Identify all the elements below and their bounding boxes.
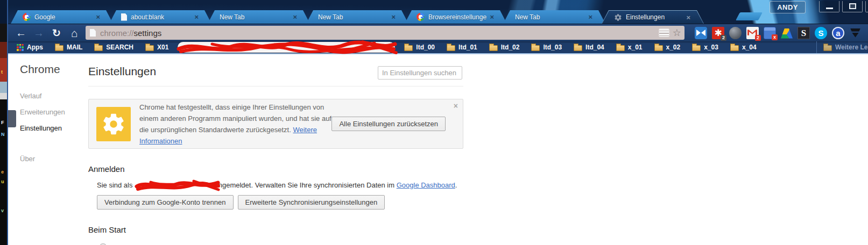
strip-glyph: t — [1, 70, 3, 75]
folder-icon — [55, 45, 63, 51]
sidebar-item-einstellungen[interactable]: Einstellungen — [20, 124, 88, 132]
avatar-extension-icon[interactable] — [729, 27, 742, 39]
bookmark-folder-ltd01[interactable]: ltd_01 — [441, 41, 483, 53]
minimize-icon — [826, 8, 833, 9]
maximize-button[interactable] — [842, 1, 863, 12]
redaction-scribble — [174, 39, 398, 55]
lastpass-extension-icon[interactable]: ✱2 — [712, 27, 724, 39]
sidebar-item-ueber[interactable]: Über — [20, 155, 88, 163]
bookmarks-bar: Apps MAIL SEARCH X01 ltd_00 ltd_01 ltd_0… — [8, 41, 868, 54]
back-icon[interactable]: ← — [15, 27, 27, 38]
reading-list-icon[interactable] — [659, 28, 669, 37]
tab-new-tab-3[interactable]: New Tab × — [503, 10, 605, 24]
sidebar-item-erweiterungen[interactable]: Erweiterungen — [20, 108, 88, 116]
reload-icon[interactable]: ↻ — [50, 28, 63, 38]
tab-label: Browsereinstellungen werde — [428, 13, 486, 21]
new-tab-button[interactable] — [736, 12, 763, 20]
browser-window: Google × about:blank × New Tab × New Tab… — [7, 0, 868, 245]
a-extension-icon[interactable]: a — [832, 27, 844, 39]
bookmark-folder-search[interactable]: SEARCH — [88, 41, 139, 53]
skype-extension-icon[interactable]: S — [815, 27, 827, 39]
bookmark-folder-ltd00[interactable]: ltd_00 — [398, 41, 441, 53]
product-name: Chrome — [20, 63, 88, 76]
tab-einstellungen-active[interactable]: Einstellungen × — [602, 10, 704, 24]
bookmark-folder-mail[interactable]: MAIL — [49, 41, 88, 53]
bookmark-folder-ltd02[interactable]: ltd_02 — [483, 41, 526, 53]
folder-icon — [145, 45, 154, 51]
fsecure-extension-icon[interactable] — [849, 27, 862, 39]
window-caption-controls: ANDY — [770, 1, 868, 13]
strip-glyph: u — [1, 179, 4, 184]
tab-close-icon[interactable]: × — [293, 13, 297, 20]
redacted-bookmark — [178, 42, 395, 53]
sign-in-section: Anmelden Sie sind als — [88, 164, 463, 210]
sessions-extension-icon[interactable]: x — [764, 27, 776, 39]
advanced-sync-settings-button[interactable]: Erweiterte Synchronisierungseinstellunge… — [238, 195, 385, 210]
tab-google[interactable]: Google × — [11, 10, 113, 24]
google-favicon — [23, 13, 31, 21]
tab-new-tab-2[interactable]: New Tab × — [306, 10, 408, 24]
folder-icon — [404, 45, 413, 51]
folder-icon — [531, 45, 540, 51]
tab-close-icon[interactable]: × — [96, 13, 100, 20]
redaction-scribble — [135, 178, 221, 192]
tab-browser-settings[interactable]: Browsereinstellungen werde × — [405, 10, 507, 24]
maximize-icon — [849, 3, 856, 9]
settings-search-input[interactable] — [378, 66, 462, 80]
s-extension-icon[interactable]: S — [798, 27, 810, 39]
redacted-account-name — [135, 181, 216, 189]
tab-close-icon[interactable]: × — [391, 13, 396, 20]
tab-about-blank[interactable]: about:blank × — [109, 10, 211, 24]
tab-close-icon[interactable]: × — [490, 13, 494, 20]
startup-section: Beim Start "Neuer Tab"-Seite öffnen — [88, 225, 463, 245]
tab-label: New Tab — [318, 13, 388, 21]
profile-button[interactable]: ANDY — [770, 1, 806, 13]
bookmark-folder-x02[interactable]: x_02 — [648, 41, 687, 53]
url-path: settings — [134, 28, 162, 38]
strip-glyph: F — [1, 120, 4, 125]
folder-icon — [692, 45, 701, 51]
settings-gear-icon — [96, 107, 131, 141]
bookmark-folder-x04[interactable]: x_04 — [724, 41, 763, 53]
url-text: chrome://settings — [100, 28, 659, 38]
apps-shortcut[interactable]: Apps — [17, 41, 49, 53]
side-panel-handle[interactable] — [8, 110, 16, 127]
settings-main: Einstellungen × Chrome hat festgestellt,… — [88, 54, 463, 245]
bookmark-folder-x01[interactable]: X01 — [139, 41, 174, 53]
startup-header: Beim Start — [88, 225, 463, 234]
bookmark-star-icon[interactable]: ☆ — [673, 28, 681, 38]
sidebar-item-verlauf[interactable]: Verlauf — [20, 92, 88, 100]
tab-close-icon[interactable]: × — [194, 13, 199, 20]
tab-label: about:blank — [131, 13, 191, 21]
close-button[interactable] — [865, 1, 868, 12]
google-drive-extension-icon[interactable] — [781, 28, 793, 39]
strip-glyph: v — [1, 208, 4, 213]
navigation-toolbar: ← → ↻ ⌂ chrome://settings ☆ ✱2 2 x S S a — [8, 24, 868, 41]
address-bar[interactable]: chrome://settings ☆ — [86, 26, 684, 40]
tab-close-icon[interactable]: × — [686, 14, 690, 21]
tab-label: Google — [34, 13, 93, 21]
google-dashboard-link[interactable]: Google Dashboard — [397, 181, 455, 189]
minimize-button[interactable] — [819, 1, 839, 12]
home-icon[interactable]: ⌂ — [68, 27, 81, 39]
gmail-extension-icon[interactable]: 2 — [746, 27, 759, 39]
bookmark-folder-x03[interactable]: x_03 — [686, 41, 724, 53]
extension-badge: x — [772, 34, 778, 40]
reset-all-settings-button[interactable]: Alle Einstellungen zurücksetzen — [331, 117, 446, 131]
bookmark-folder-x01b[interactable]: x_01 — [610, 41, 648, 53]
banner-close-icon[interactable]: × — [454, 102, 458, 110]
folder-icon — [616, 45, 625, 51]
disconnect-google-account-button[interactable]: Verbindung zum Google-Konto trennen — [97, 195, 234, 210]
page-favicon — [121, 13, 127, 21]
bookmark-folder-ltd03[interactable]: ltd_03 — [525, 41, 568, 53]
page-icon — [90, 29, 96, 37]
other-bookmarks[interactable]: Weitere Lesezeichen — [816, 41, 868, 53]
bookmark-folder-ltd04[interactable]: ltd_04 — [568, 41, 610, 53]
tab-label: New Tab — [220, 13, 290, 21]
tab-close-icon[interactable]: × — [588, 13, 592, 20]
forward-icon[interactable]: → — [32, 27, 45, 38]
xmarks-extension-icon[interactable] — [695, 27, 707, 39]
strip-glyph: N — [1, 132, 5, 137]
sign-in-header: Anmelden — [88, 164, 463, 174]
tab-new-tab-1[interactable]: New Tab × — [208, 10, 310, 24]
